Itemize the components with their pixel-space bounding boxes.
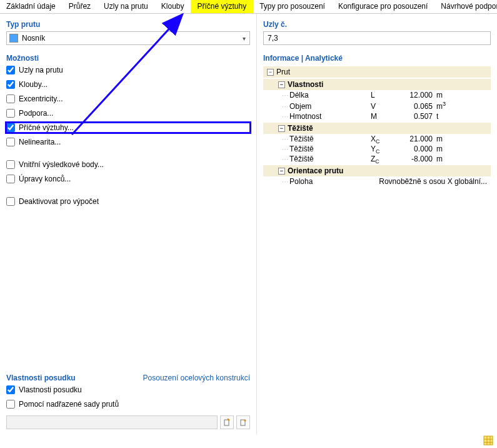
prop-unit: m (436, 155, 455, 163)
option-a-5-checkbox[interactable] (6, 138, 15, 146)
option-a-0-label: Uzly na prutu (19, 66, 63, 74)
posudek-header: Vlastnosti posudku (6, 374, 76, 382)
tree-dots-icon: ····· (263, 103, 289, 110)
tree-group-1[interactable]: −Těžiště (263, 123, 491, 134)
typ-prutu-color-swatch (9, 34, 18, 43)
option-c-0-label: Deaktivovat pro výpočet (19, 197, 99, 206)
tree-dots-icon: ····· (263, 146, 289, 153)
posudek-header-row: Vlastnosti posudku Posouzení ocelových k… (6, 374, 250, 382)
tree-group-2[interactable]: −Orientace prutu (263, 165, 491, 176)
typ-prutu-header: Typ prutu (6, 20, 250, 29)
posudek-opt-1-label: Pomocí nadřazené sady prutů (19, 400, 119, 409)
posudek-new-button[interactable] (220, 415, 234, 429)
option-a-4-label: Příčné výztuhy... (19, 123, 74, 132)
prop-value: 0.065 (402, 102, 436, 111)
tab-klouby[interactable]: Klouby (155, 0, 191, 13)
posudek-opt-0[interactable]: Vlastnosti posudku (6, 385, 250, 395)
prop-unit: m (436, 145, 455, 153)
prop-symbol: XC (371, 135, 402, 143)
posudek-edit-button[interactable] (236, 415, 250, 429)
prop-value: 21.000 (402, 135, 436, 143)
options-group-a: Uzly na prutuKlouby...Excentricity...Pod… (6, 65, 250, 147)
posudek-opt-1[interactable]: Pomocí nadřazené sady prutů (6, 399, 250, 409)
info-header: Informace | Analytické (263, 54, 491, 63)
tab-pricne-vyztuhy[interactable]: Příčné výztuhy (191, 0, 253, 13)
posudek-options: Vlastnosti posudkuPomocí nadřazené sady … (6, 385, 250, 409)
option-c-0-checkbox[interactable] (6, 197, 15, 206)
prop-symbol: M (371, 112, 402, 121)
collapse-toggle-icon[interactable]: − (278, 168, 285, 175)
prop-symbol: YC (371, 145, 402, 153)
prop-value: -8.000 (402, 155, 436, 163)
tree-dots-icon: ····· (263, 136, 289, 143)
posudek-sub: Posouzení ocelových konstrukcí (143, 374, 250, 382)
option-a-1-label: Klouby... (19, 80, 48, 89)
svg-rect-3 (484, 436, 493, 445)
right-panel: Uzly č. Informace | Analytické − Prut −V… (256, 14, 497, 434)
option-c-0[interactable]: Deaktivovat pro výpočet (6, 196, 250, 206)
option-a-0-checkbox[interactable] (6, 66, 15, 74)
option-a-1-checkbox[interactable] (6, 80, 15, 89)
typ-prutu-dropdown[interactable]: Nosník ▾ (6, 31, 250, 45)
option-b-1-label: Úpravy konců... (19, 175, 71, 183)
prop-unit: m (436, 135, 455, 143)
document-new-icon (223, 419, 231, 426)
option-a-3-checkbox[interactable] (6, 109, 15, 118)
option-a-2-checkbox[interactable] (6, 94, 15, 103)
option-a-0[interactable]: Uzly na prutu (6, 65, 250, 75)
tab-zakladni-udaje[interactable]: Základní údaje (0, 0, 63, 13)
posudek-opt-1-checkbox[interactable] (6, 400, 15, 409)
grid-settings-icon[interactable] (483, 435, 493, 445)
tree-group-1-title: Těžiště (288, 124, 313, 133)
tree-row: ·····ObjemV0.065m3 (263, 100, 491, 111)
tab-uzly-na-prutu[interactable]: Uzly na prutu (98, 0, 155, 13)
tree-row: ·····TěžištěXC21.000m (263, 134, 491, 144)
tree-group-2-title: Orientace prutu (288, 166, 343, 175)
prop-value-wide: Rovnoběžně s osou X globální... (371, 177, 491, 186)
tree-dots-icon: ····· (263, 92, 289, 99)
collapse-toggle-icon[interactable]: − (267, 69, 274, 76)
option-b-1-checkbox[interactable] (6, 175, 15, 183)
prop-label: Poloha (289, 177, 371, 186)
prop-label: Objem (289, 102, 371, 111)
tab-konfigurace-pro-posouzeni[interactable]: Konfigurace pro posouzení (332, 0, 434, 13)
property-tree: − Prut −Vlastnosti·····DélkaL12.000m····… (263, 65, 491, 186)
posudek-text-field[interactable] (6, 415, 218, 429)
tab-navrhove-podpory[interactable]: Návrhové podpory & prů (434, 0, 497, 13)
tab-prurez[interactable]: Průřez (63, 0, 98, 13)
left-panel: Typ prutu Nosník ▾ Možnosti Uzly na prut… (0, 14, 256, 434)
tree-group-0[interactable]: −Vlastnosti (263, 79, 491, 90)
option-a-3-label: Podpora... (19, 109, 53, 118)
prop-unit: m (436, 91, 455, 99)
option-b-1[interactable]: Úpravy konců... (6, 174, 250, 184)
collapse-toggle-icon[interactable]: − (278, 125, 285, 132)
option-a-5-label: Nelinearita... (19, 138, 61, 146)
uzly-input[interactable] (263, 31, 491, 45)
prop-unit: t (436, 112, 455, 121)
prut-label: Prut (276, 68, 290, 76)
prop-symbol: V (371, 102, 402, 111)
tab-typy-pro-posouzeni[interactable]: Typy pro posouzení (253, 0, 332, 13)
option-a-5[interactable]: Nelinearita... (6, 137, 250, 147)
option-a-1[interactable]: Klouby... (6, 79, 250, 89)
option-a-2[interactable]: Excentricity... (6, 94, 250, 104)
svg-point-2 (244, 420, 246, 422)
options-group-b: Vnitřní výsledkové body...Úpravy konců..… (6, 160, 250, 184)
chevron-down-icon: ▾ (243, 35, 247, 42)
collapse-toggle-icon[interactable]: − (278, 81, 285, 88)
tree-row: ·····PolohaRovnoběžně s osou X globální.… (263, 176, 491, 186)
prop-value: 12.000 (402, 91, 436, 99)
prop-label: Těžiště (289, 155, 371, 163)
tree-row-prut[interactable]: − Prut (263, 66, 491, 78)
option-a-4[interactable]: Příčné výztuhy... (6, 123, 250, 133)
option-b-0[interactable]: Vnitřní výsledkové body... (6, 160, 250, 170)
tab-bar: Základní údaje Průřez Uzly na prutu Klou… (0, 0, 497, 14)
prop-value: 0.507 (402, 112, 436, 121)
prop-symbol: L (371, 91, 402, 99)
option-b-0-checkbox[interactable] (6, 160, 15, 169)
options-group-c: Deaktivovat pro výpočet (6, 196, 250, 206)
tree-row: ·····HmotnostM0.507t (263, 111, 491, 121)
option-a-3[interactable]: Podpora... (6, 108, 250, 118)
option-a-4-checkbox[interactable] (6, 123, 15, 132)
posudek-opt-0-checkbox[interactable] (6, 385, 15, 394)
